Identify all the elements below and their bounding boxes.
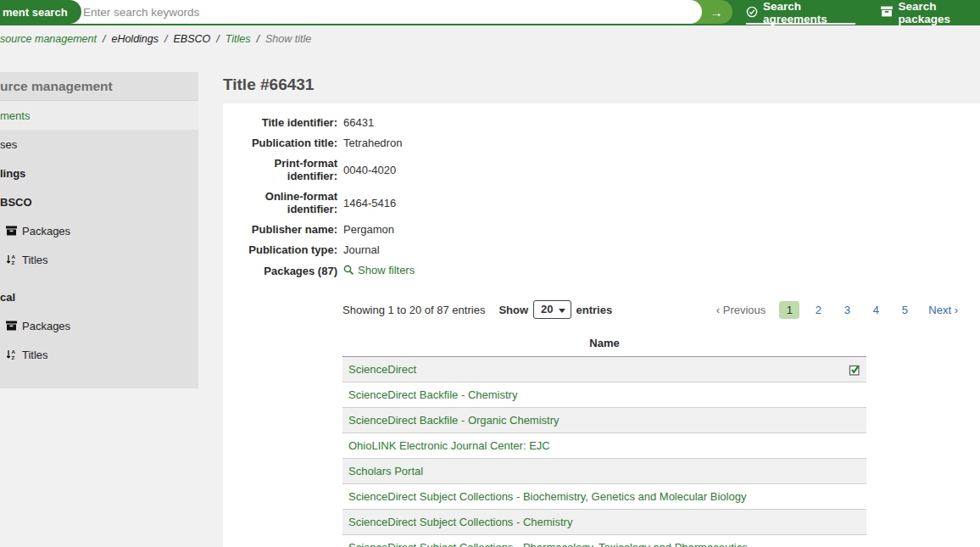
breadcrumb-separator: / <box>216 33 219 45</box>
pagination-page-3[interactable]: 3 <box>837 304 857 316</box>
package-link[interactable]: ScienceDirect Backfile - Organic Chemist… <box>348 414 560 427</box>
sidebar-item-label: Packages <box>22 320 70 332</box>
field-label: Publication title: <box>223 137 337 149</box>
sidebar-item-label: Packages <box>22 225 70 237</box>
module-search-tab[interactable]: ment search <box>0 0 81 24</box>
sidebar-item-label: BSCO <box>0 196 32 209</box>
pagination-next-button[interactable]: Next › <box>928 304 958 316</box>
main-content: Title #66431 Title identifier: 66431 Pub… <box>223 72 980 547</box>
search-zone: ment search → <box>0 0 732 24</box>
package-link[interactable]: ScienceDirect Backfile - Chemistry <box>348 388 517 401</box>
breadcrumb-link-resource-management[interactable]: source management <box>0 33 97 45</box>
table-row: ScienceDirect Backfile - Organic Chemist… <box>342 408 866 433</box>
field-label: Publisher name: <box>223 223 337 236</box>
package-link[interactable]: ScienceDirect Subject Collections - Phar… <box>348 541 748 547</box>
sidebar-item-licenses[interactable]: ses <box>0 130 198 159</box>
arrow-right-icon: → <box>710 5 723 20</box>
search-agreements-label: Search agreements <box>763 0 855 25</box>
pagination-page-1[interactable]: 1 <box>779 301 799 319</box>
search-agreements-link[interactable]: Search agreements <box>746 3 855 25</box>
packages-table: Name ScienceDirect ScienceDirect Backfil… <box>342 332 866 547</box>
sidebar-item-local-titles[interactable]: A Z Titles <box>0 340 198 369</box>
archive-box-icon <box>881 6 893 20</box>
sidebar-item-ebsco[interactable]: BSCO <box>0 187 198 216</box>
field-value: 1464-5416 <box>343 197 396 209</box>
field-packages: Packages (87) Show filters <box>223 264 980 278</box>
breadcrumb-link-ebsco[interactable]: EBSCO <box>174 33 211 45</box>
pagination-page-5[interactable]: 5 <box>894 304 915 316</box>
pagination-page-2[interactable]: 2 <box>808 304 828 316</box>
field-online-format-identifier: Online-format identifier: 1464-5416 <box>223 190 980 215</box>
package-link[interactable]: ScienceDirect Subject Collections - Bioc… <box>348 490 746 503</box>
table-row: ScienceDirect Subject Collections - Chem… <box>342 510 866 535</box>
field-value: Pergamon <box>343 223 394 236</box>
search-icon <box>343 265 354 276</box>
top-search-bar: ment search → Search agreements <box>0 0 980 25</box>
pagination-page-4[interactable]: 4 <box>866 304 886 316</box>
sidebar-item-label: Titles <box>22 349 48 361</box>
table-column-header-name: Name <box>342 332 866 357</box>
field-title-identifier: Title identifier: 66431 <box>223 116 980 129</box>
chevron-down-icon <box>559 309 565 313</box>
show-filters-label: Show filters <box>358 264 415 276</box>
search-submit-button[interactable]: → <box>705 3 727 21</box>
field-label: Online-format identifier: <box>223 190 337 215</box>
table-row: ScienceDirect Subject Collections - Bioc… <box>342 484 866 510</box>
sidebar-item-label: ses <box>0 138 17 151</box>
sidebar-item-agreements[interactable]: ments <box>0 101 198 130</box>
field-print-format-identifier: Print-format identifier: 0040-4020 <box>223 157 980 182</box>
breadcrumb-separator: / <box>164 33 167 45</box>
search-input[interactable] <box>0 0 702 24</box>
archive-box-icon <box>6 321 17 331</box>
search-packages-link[interactable]: Search packages <box>881 1 980 25</box>
table-controls: Showing 1 to 20 of 87 entries Show 20 en… <box>342 300 958 319</box>
breadcrumb-current-show-title: Show title <box>265 33 311 45</box>
breadcrumb-link-titles[interactable]: Titles <box>226 33 251 45</box>
svg-text:Z: Z <box>12 354 15 360</box>
search-packages-label: Search packages <box>898 0 980 25</box>
field-label: Packages (87) <box>223 265 337 277</box>
sidebar-item-eholdings[interactable]: lings <box>0 159 198 187</box>
sidebar-item-ebsco-packages[interactable]: Packages <box>0 216 198 245</box>
breadcrumb-link-eholdings[interactable]: eHoldings <box>111 33 159 45</box>
field-value: 66431 <box>343 116 374 129</box>
package-link[interactable]: Scholars Portal <box>348 465 423 477</box>
sidebar: urce management ments ses lings BSCO Pac… <box>0 72 198 388</box>
sidebar-item-label: lings <box>0 167 25 180</box>
check-circle-icon <box>746 6 758 20</box>
pagination-previous-button[interactable]: ‹ Previous <box>716 304 766 316</box>
entries-label: entries <box>576 304 613 316</box>
table-row: ScienceDirect Backfile - Chemistry <box>342 382 866 408</box>
breadcrumb-separator: / <box>103 33 105 45</box>
sidebar-item-ebsco-titles[interactable]: A Z Titles <box>0 245 198 274</box>
pagination: ‹ Previous 1 2 3 4 5 Next › <box>716 301 958 319</box>
sidebar-item-label: Titles <box>22 254 48 266</box>
field-label: Title identifier: <box>223 116 337 129</box>
package-link[interactable]: ScienceDirect <box>348 363 416 376</box>
page-title: Title #66431 <box>223 72 980 98</box>
archive-box-icon <box>6 226 17 236</box>
svg-text:Z: Z <box>12 260 15 265</box>
top-nav: Search agreements Search packages <box>732 0 980 25</box>
breadcrumb: source management / eHoldings / EBSCO / … <box>0 25 980 53</box>
title-detail-card: Title identifier: 66431 Publication titl… <box>223 103 980 547</box>
table-row: Scholars Portal <box>342 459 866 484</box>
field-publisher-name: Publisher name: Pergamon <box>223 223 980 236</box>
package-link[interactable]: ScienceDirect Subject Collections - Chem… <box>348 516 572 528</box>
sidebar-item-local-packages[interactable]: Packages <box>0 311 198 340</box>
show-filters-link[interactable]: Show filters <box>343 264 415 276</box>
search-input-wrap <box>0 0 702 24</box>
field-label: Print-format identifier: <box>223 157 337 182</box>
table-row: ScienceDirect Subject Collections - Phar… <box>342 535 866 547</box>
field-value: 0040-4020 <box>343 164 396 176</box>
entries-select[interactable]: 20 <box>533 300 571 319</box>
sidebar-item-local[interactable]: cal <box>0 282 198 311</box>
package-link[interactable]: OhioLINK Electronic Journal Center: EJC <box>348 439 550 452</box>
sidebar-item-label: cal <box>0 291 15 304</box>
field-publication-title: Publication title: Tetrahedron <box>223 137 980 149</box>
sidebar-header: urce management <box>0 72 198 101</box>
breadcrumb-separator: / <box>257 33 259 45</box>
entries-select-value: 20 <box>541 303 553 315</box>
show-entries-control: Show 20 entries <box>498 300 612 319</box>
field-label: Publication type: <box>223 243 337 256</box>
